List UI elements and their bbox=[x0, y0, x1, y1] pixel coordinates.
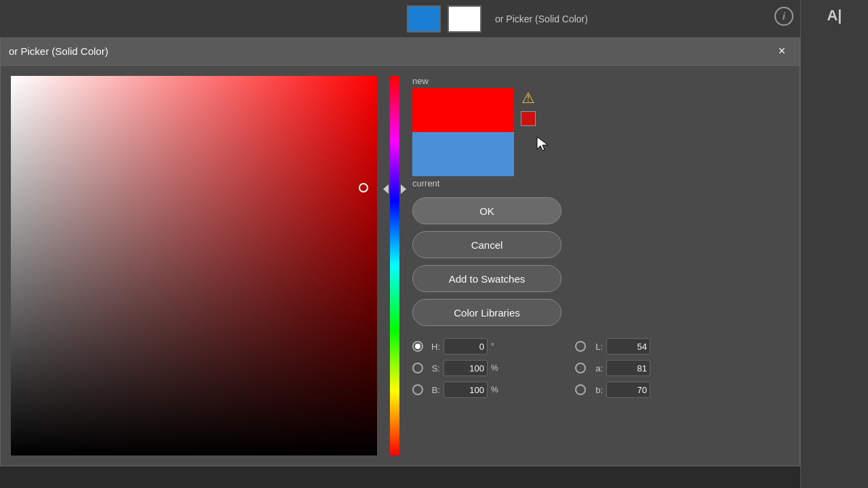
b-radio[interactable] bbox=[412, 384, 423, 395]
right-panel-label: A| bbox=[827, 7, 842, 24]
b-label: B: bbox=[427, 385, 440, 395]
top-bar: or Picker (Solid Color) bbox=[0, 0, 800, 37]
top-label: or Picker (Solid Color) bbox=[495, 14, 588, 24]
close-button[interactable]: × bbox=[772, 42, 791, 61]
ok-button[interactable]: OK bbox=[412, 197, 561, 224]
add-to-swatches-button[interactable]: Add to Swatches bbox=[412, 265, 561, 292]
color-field[interactable] bbox=[11, 76, 377, 455]
a-input[interactable] bbox=[606, 360, 650, 376]
right-section: new current ⚠ OK Cancel Add to Swatches … bbox=[412, 76, 724, 455]
b2-radio[interactable] bbox=[575, 384, 586, 395]
warning-icon: ⚠ bbox=[521, 89, 535, 107]
b2-label: b: bbox=[589, 385, 603, 395]
cancel-button[interactable]: Cancel bbox=[412, 231, 561, 258]
hue-slider-container[interactable] bbox=[387, 76, 402, 455]
s-input-row: S: % bbox=[412, 360, 561, 376]
b-unit: % bbox=[491, 385, 500, 394]
right-panel: A| bbox=[800, 0, 868, 488]
dialog-titlebar: or Picker (Solid Color) × bbox=[1, 37, 800, 66]
s-label: S: bbox=[427, 363, 440, 373]
color-picker-dialog: or Picker (Solid Color) × new bbox=[0, 37, 800, 466]
l-input-row: L: bbox=[575, 338, 724, 354]
h-input-row: H: ° bbox=[412, 338, 561, 354]
b2-input-row: b: bbox=[575, 382, 724, 398]
swatch-new bbox=[412, 88, 514, 132]
hue-slider[interactable] bbox=[390, 76, 399, 455]
color-inputs: H: ° L: S: % bbox=[412, 338, 724, 398]
a-label: a: bbox=[589, 363, 603, 373]
l-label: L: bbox=[589, 342, 603, 352]
info-icon[interactable]: i bbox=[774, 7, 793, 26]
swatch-current bbox=[412, 132, 514, 176]
l-radio[interactable] bbox=[575, 341, 586, 352]
h-unit: ° bbox=[491, 342, 500, 351]
a-input-row: a: bbox=[575, 360, 724, 376]
s-unit: % bbox=[491, 363, 500, 373]
h-radio[interactable] bbox=[412, 341, 423, 352]
new-label: new bbox=[412, 76, 514, 86]
b-input-row: B: % bbox=[412, 382, 561, 398]
b-input[interactable] bbox=[443, 382, 488, 398]
color-field-container[interactable] bbox=[11, 76, 377, 455]
b2-input[interactable] bbox=[606, 382, 650, 398]
color-libraries-button[interactable]: Color Libraries bbox=[412, 299, 561, 326]
dialog-body: new current ⚠ OK Cancel Add to Swatches … bbox=[1, 66, 800, 466]
l-input[interactable] bbox=[606, 338, 650, 354]
hue-arrow-left bbox=[383, 184, 389, 194]
h-label: H: bbox=[427, 342, 440, 352]
dialog-title: or Picker (Solid Color) bbox=[9, 45, 108, 57]
current-label: current bbox=[412, 178, 514, 188]
top-swatch-white bbox=[448, 5, 481, 33]
s-input[interactable] bbox=[443, 360, 488, 376]
button-group: OK Cancel Add to Swatches Color Librarie… bbox=[412, 197, 724, 326]
gamut-swatch[interactable] bbox=[521, 111, 536, 126]
hue-arrow-right bbox=[401, 184, 406, 194]
s-radio[interactable] bbox=[412, 363, 423, 373]
gradient-dark bbox=[11, 76, 377, 455]
a-radio[interactable] bbox=[575, 363, 586, 373]
top-swatch-blue bbox=[407, 5, 441, 33]
h-input[interactable] bbox=[443, 338, 488, 354]
